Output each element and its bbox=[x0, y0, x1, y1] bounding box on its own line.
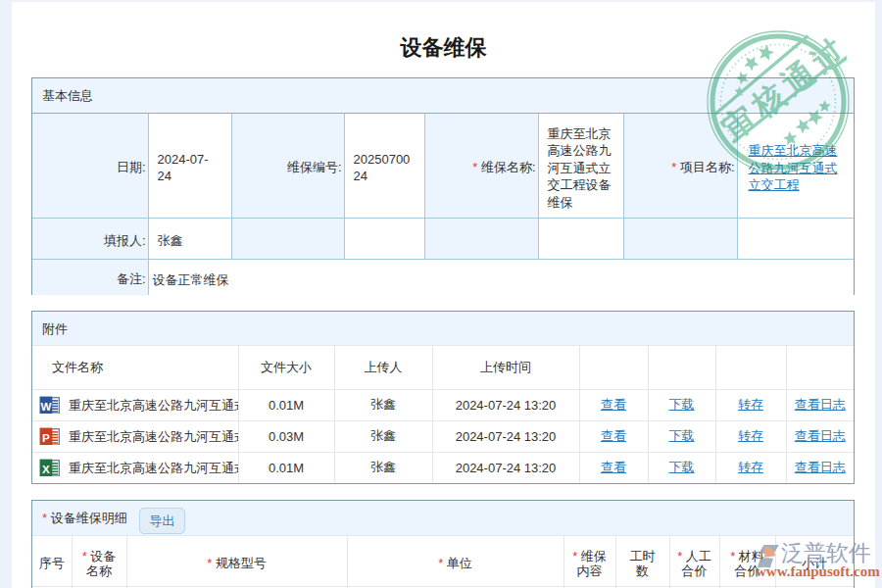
svg-text:P: P bbox=[42, 430, 50, 443]
svg-text:审核通过: 审核通过 bbox=[715, 28, 855, 146]
svg-text:X: X bbox=[42, 463, 50, 475]
svg-text:W: W bbox=[40, 399, 51, 412]
